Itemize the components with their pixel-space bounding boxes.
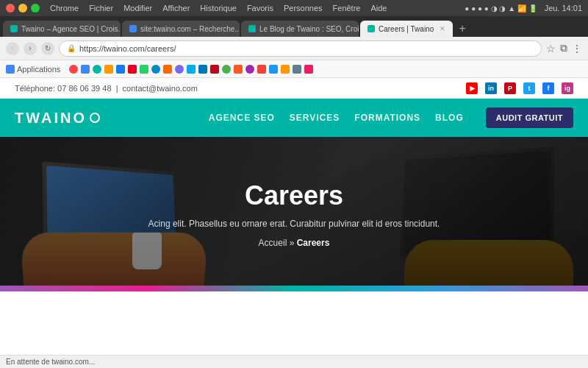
applications-label: Applications (17, 65, 60, 74)
logo-icon (90, 113, 100, 123)
address-bar[interactable]: 🔒 https://twaino.com/careers/ (59, 40, 542, 57)
bm-15[interactable] (234, 65, 243, 74)
bm-14[interactable] (222, 65, 231, 74)
nav-services[interactable]: SERVICES (290, 113, 340, 123)
phone-text: Téléphone: 07 86 06 39 48 (15, 84, 112, 93)
breadcrumb: Accueil » Careers (148, 238, 440, 248)
menu-dots-icon[interactable]: ⋮ (572, 43, 582, 54)
tab-2[interactable]: Le Blog de Twaino : SEO, Croi... ✕ (241, 21, 359, 37)
bm-4[interactable] (104, 65, 113, 74)
tab-label-1: site:twaino.com – Recherche... (140, 25, 240, 33)
nav-blog[interactable]: BLOG (435, 113, 464, 123)
nav-actions: ☆ ⧉ ⋮ (546, 42, 582, 54)
system-icons: ● ● ● ● ◑ ◑ ▲ 📶 🔋 (465, 4, 537, 13)
tab-favicon-0 (10, 25, 18, 32)
status-text: En attente de twaino.com... (6, 358, 95, 366)
bm-20[interactable] (293, 65, 301, 74)
tab-label-3: Careers | Twaino (379, 25, 434, 33)
site-logo[interactable]: TWAINO (15, 110, 100, 127)
hero-content: Careers Acing elit. Phasellus eu ornare … (148, 180, 440, 248)
tab-favicon-1 (129, 25, 137, 32)
menu-personnes[interactable]: Personnes (284, 4, 323, 13)
menu-historique[interactable]: Historique (200, 4, 237, 13)
email-text: contact@twaino.com (123, 84, 198, 93)
bm-9[interactable] (163, 65, 172, 74)
menu-fichier[interactable]: Fichier (89, 4, 113, 13)
site-main-nav: TWAINO AGENCE SEO SERVICES FORMATIONS BL… (0, 99, 588, 137)
close-button[interactable] (6, 4, 15, 13)
ssl-lock-icon: 🔒 (67, 44, 76, 52)
traffic-lights (6, 4, 40, 13)
social-icons-group: ▶ in P t f ig (466, 82, 573, 94)
tab-label-0: Twaino – Agence SEO | Crois... (21, 25, 121, 33)
twitter-icon[interactable]: t (523, 82, 535, 94)
forward-button[interactable]: › (24, 42, 37, 55)
new-tab-button[interactable]: + (454, 21, 470, 37)
breadcrumb-current: Careers (297, 238, 330, 248)
menu-afficher[interactable]: Afficher (162, 4, 190, 13)
menu-fenetre[interactable]: Fenêtre (333, 4, 361, 13)
facebook-icon[interactable]: f (542, 82, 554, 94)
bm-6[interactable] (128, 65, 137, 74)
main-nav-links: AGENCE SEO SERVICES FORMATIONS BLOG AUDI… (209, 107, 573, 128)
bm-5[interactable] (116, 65, 125, 74)
website-content: Téléphone: 07 86 06 39 48 | contact@twai… (0, 78, 588, 311)
bm-3[interactable] (93, 65, 101, 74)
address-text: https://twaino.com/careers/ (79, 44, 176, 53)
bm-19[interactable] (281, 65, 290, 74)
bm-16[interactable] (245, 65, 254, 74)
browser-menu: Chrome Fichier Modifier Afficher Histori… (50, 4, 387, 13)
audit-gratuit-button[interactable]: AUDIT GRATUIT (486, 107, 573, 128)
pinterest-icon[interactable]: P (504, 82, 516, 94)
logo-text: TWAINO (15, 110, 87, 127)
tab-1[interactable]: site:twaino.com – Recherche... ✕ (122, 21, 240, 37)
minimize-button[interactable] (18, 4, 27, 13)
bm-17[interactable] (257, 65, 266, 74)
bookmark-applications[interactable]: Applications (6, 65, 60, 74)
tab-favicon-3 (368, 25, 375, 32)
contact-info: Téléphone: 07 86 06 39 48 | contact@twai… (15, 84, 198, 93)
bm-12[interactable] (198, 65, 207, 74)
breadcrumb-home[interactable]: Accueil (259, 238, 287, 248)
page-title: Careers (148, 180, 440, 211)
bm-11[interactable] (187, 65, 196, 74)
hero-section: Careers Acing elit. Phasellus eu ornare … (0, 137, 588, 291)
menu-modifier[interactable]: Modifier (123, 4, 152, 13)
browser-menu-right: ● ● ● ● ◑ ◑ ▲ 📶 🔋 Jeu. 14:01 (465, 4, 582, 13)
bookmark-star-icon[interactable]: ☆ (546, 43, 556, 54)
breadcrumb-separator-icon: » (290, 238, 295, 248)
bm-1[interactable] (69, 65, 78, 74)
clock: Jeu. 14:01 (545, 4, 582, 13)
nav-formations[interactable]: FORMATIONS (354, 113, 420, 123)
bm-7[interactable] (140, 65, 148, 74)
nav-bar: ‹ › ↻ 🔒 https://twaino.com/careers/ ☆ ⧉ … (0, 37, 588, 60)
extensions-icon[interactable]: ⧉ (560, 42, 567, 54)
menu-chrome[interactable]: Chrome (50, 4, 79, 13)
tab-label-2: Le Blog de Twaino : SEO, Croi... (259, 25, 359, 33)
hero-subtitle: Acing elit. Phasellus eu ornare erat. Cu… (148, 219, 440, 229)
bm-2[interactable] (81, 65, 90, 74)
bm-18[interactable] (269, 65, 278, 74)
tab-0[interactable]: Twaino – Agence SEO | Crois... ✕ (3, 21, 121, 37)
bookmark-favicons (69, 65, 313, 74)
bookmarks-bar: Applications (0, 60, 588, 78)
tab-close-3[interactable]: ✕ (440, 25, 445, 32)
instagram-icon[interactable]: ig (562, 82, 573, 94)
bm-8[interactable] (151, 65, 160, 74)
reload-button[interactable]: ↻ (41, 42, 54, 55)
tab-favicon-2 (248, 25, 256, 32)
tabs-bar: Twaino – Agence SEO | Crois... ✕ site:tw… (0, 16, 588, 37)
site-top-bar: Téléphone: 07 86 06 39 48 | contact@twai… (0, 78, 588, 99)
linkedin-icon[interactable]: in (485, 82, 497, 94)
bm-21[interactable] (304, 65, 313, 74)
applications-favicon (6, 65, 15, 74)
menu-favoris[interactable]: Favoris (247, 4, 273, 13)
back-button[interactable]: ‹ (6, 42, 19, 55)
youtube-icon[interactable]: ▶ (466, 82, 478, 94)
bm-13[interactable] (210, 65, 219, 74)
bm-10[interactable] (175, 65, 184, 74)
tab-3-active[interactable]: Careers | Twaino ✕ (360, 21, 453, 37)
menu-aide[interactable]: Aide (370, 4, 387, 13)
maximize-button[interactable] (31, 4, 40, 13)
nav-agence-seo[interactable]: AGENCE SEO (209, 113, 275, 123)
